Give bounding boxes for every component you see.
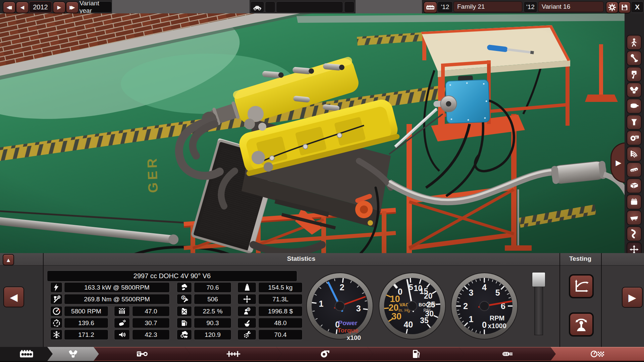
garage-scene: GER — [0, 13, 644, 253]
turbo-icon — [629, 133, 639, 143]
oil-pan-icon — [629, 213, 639, 223]
svg-text:10: 10 — [390, 294, 400, 304]
service-cost-icon-box: $ — [237, 306, 256, 316]
previous-page-button[interactable]: ◀ — [3, 287, 24, 307]
tab-top-end[interactable] — [47, 347, 99, 361]
tab-testing[interactable] — [550, 347, 644, 361]
loudness-icon-box — [114, 329, 130, 340]
toolbar-strip-2 — [356, 0, 422, 13]
tab-aspiration[interactable] — [276, 347, 373, 361]
material-cost-stat: 506 — [194, 294, 231, 304]
car-model-button[interactable] — [250, 1, 264, 13]
turbo-icon — [319, 349, 331, 359]
exhaust-muffler-icon — [501, 349, 514, 359]
toolbar-engine-block-button[interactable] — [627, 178, 642, 193]
walk-person-icon — [629, 37, 639, 48]
toolbar-cam-cover-button[interactable] — [627, 162, 642, 177]
toolbar-intake-button[interactable] — [627, 115, 642, 130]
reliability-stat: 171.2 — [64, 329, 108, 340]
throttle-slider-handle[interactable] — [532, 272, 545, 287]
power-curve-icon — [574, 279, 589, 294]
tab-bottom-end[interactable] — [94, 347, 190, 361]
toolbar-piston-button[interactable] — [627, 67, 642, 82]
toolbar-air-filter-button[interactable] — [627, 99, 642, 114]
next-variant-year-button[interactable]: ▶ — [53, 1, 66, 13]
radiator-icon — [118, 307, 126, 315]
conrod-icon — [629, 53, 639, 63]
svg-text:0: 0 — [482, 320, 487, 329]
save-button[interactable] — [618, 1, 631, 13]
engine-test-3d-viewport[interactable]: GER — [0, 13, 644, 253]
jerrycan-icon — [180, 307, 189, 315]
toolbar-slot-1[interactable] — [265, 1, 275, 13]
previous-variant-year-button[interactable]: ◀ — [16, 1, 29, 13]
divider — [559, 253, 560, 347]
testing-header: Testing — [559, 253, 601, 264]
tab-crankshaft[interactable] — [185, 347, 282, 361]
valvetrain-icon — [629, 85, 639, 95]
variant-year-value: 2012 — [29, 1, 52, 13]
last-variant-year-button[interactable]: ▶▶ — [66, 1, 79, 13]
max-rpm-stat: 5800 RPM — [64, 306, 108, 316]
right-arrow-icon: ▶ — [57, 5, 61, 10]
toolbar-oil-pan-button[interactable] — [627, 210, 642, 225]
toolbar-turbo-button[interactable] — [627, 130, 642, 145]
production-stat: 48.0 — [258, 318, 303, 328]
collapse-panel-button[interactable]: ▲ — [3, 254, 14, 265]
toolbar-slot-3[interactable] — [344, 1, 355, 13]
emissions-icon-box — [177, 329, 192, 340]
smoothness-icon-box — [177, 282, 192, 293]
tachometer-icon — [52, 307, 61, 315]
svg-text:5: 5 — [495, 288, 500, 297]
next-page-button[interactable]: ▶ — [622, 287, 643, 308]
tab-fuel-system[interactable] — [368, 347, 464, 361]
manual-throttle-button[interactable] — [569, 312, 594, 337]
toolbar-valvetrain-button[interactable] — [627, 82, 642, 98]
reliability-icon-box — [50, 329, 62, 340]
variant-name-field[interactable]: Variant 16 — [538, 1, 604, 12]
expand-right-icon: ▶ — [616, 159, 622, 167]
engine-block-assembly-icon — [629, 181, 639, 191]
tab-exhaust[interactable] — [459, 347, 556, 361]
toolbar-slot-2[interactable] — [276, 1, 343, 13]
mortar-pestle-icon — [243, 319, 251, 327]
gear-wrench-icon — [243, 330, 251, 339]
size-icon-box — [237, 294, 256, 304]
first-variant-year-button[interactable]: ◀◀ — [3, 1, 16, 13]
octane-stat: 90.3 — [194, 318, 231, 328]
emissions-stat: 120.9 — [194, 329, 231, 340]
noise-stat: 30.7 — [132, 318, 170, 328]
engine-family-button[interactable] — [423, 1, 437, 13]
left-arrow-icon: ◀ — [10, 291, 17, 303]
lightning-icon — [52, 283, 61, 292]
engine-block-icon — [426, 4, 435, 11]
engineering-stat: 70.4 — [258, 329, 303, 340]
toolbar-headers-button[interactable] — [627, 146, 642, 162]
family-year-badge: '12 — [437, 1, 453, 13]
settings-button[interactable] — [606, 1, 619, 13]
toolbar-conrod-button[interactable] — [627, 51, 642, 66]
fuel-pump-91-icon: 91 — [180, 319, 189, 327]
double-right-arrow-icon: ▶▶ — [69, 5, 75, 10]
svg-text:2: 2 — [340, 283, 344, 292]
toolbar-strip — [112, 0, 250, 13]
cam-cover-icon — [629, 165, 639, 175]
divider — [601, 253, 602, 347]
dyno-curve-button[interactable] — [569, 274, 594, 298]
close-button[interactable]: X — [631, 1, 644, 13]
intake-icon — [629, 117, 639, 127]
size-stat: 71.3L — [258, 294, 303, 304]
valvetrain-icon — [67, 349, 79, 359]
power-stat: 163.3 kW @ 5800RPM — [64, 282, 170, 293]
toolbar-exhaust-pipe-button[interactable] — [627, 226, 642, 241]
dyno-flag-icon — [589, 349, 605, 359]
toolbar-walk-mode-button[interactable] — [627, 35, 642, 50]
weight-stat: 154.5 kg — [258, 282, 303, 293]
toolbar-short-block-button[interactable] — [627, 194, 642, 209]
torque-icon-box — [50, 294, 62, 304]
svg-text:91: 91 — [183, 321, 185, 323]
tab-engine-family[interactable] — [0, 347, 53, 361]
piston-conrod-icon — [136, 349, 148, 359]
family-name-field[interactable]: Family 21 — [453, 1, 522, 12]
svg-text:30: 30 — [391, 311, 401, 321]
